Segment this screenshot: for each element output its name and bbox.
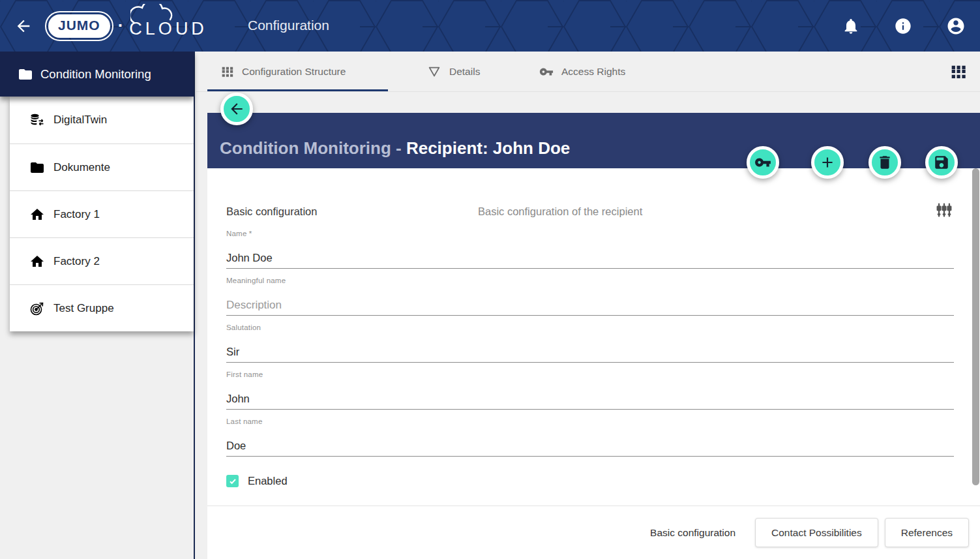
basic-configuration-card: Basic configuration Basic configuration … [207, 168, 980, 506]
enabled-checkbox-row[interactable]: Enabled [226, 475, 288, 487]
sidebar: Condition Monitoring DigitalTwin [0, 52, 195, 559]
account-icon [946, 16, 966, 36]
panel-header: Condition Monitoring - Recipient: John D… [207, 113, 980, 168]
field-label: Last name [226, 417, 263, 425]
name-input[interactable] [226, 252, 954, 264]
home-icon [29, 207, 45, 222]
scrollbar-thumb[interactable] [972, 168, 979, 485]
page-title: Configuration [248, 18, 329, 33]
add-fab[interactable] [811, 146, 844, 179]
layout-grid-button[interactable] [949, 63, 967, 81]
checkbox-label: Enabled [248, 475, 288, 487]
tab-bar: Configuration Structure Details Access R… [196, 52, 980, 92]
content-area: Condition Monitoring - Recipient: John D… [196, 92, 980, 559]
section-nav-footer: Basic configuration Contact Possibilitie… [207, 506, 980, 559]
sidebar-item-label: Factory 1 [53, 208, 100, 221]
arrow-left-icon [228, 100, 245, 117]
filter-icon [427, 65, 441, 79]
folder-icon [29, 160, 45, 175]
topbar: JUMO · CLOUD Configuration [0, 0, 980, 52]
settings-sliders-button[interactable] [935, 201, 953, 219]
key-icon [754, 154, 771, 171]
sliders-icon [935, 201, 953, 219]
field-meaningful-name: Meaningful name [226, 269, 954, 316]
target-icon [29, 301, 45, 316]
tab-details[interactable]: Details [427, 52, 480, 92]
tab-configuration-structure[interactable]: Configuration Structure [220, 52, 346, 92]
sidebar-item-label: Test Gruppe [53, 302, 114, 315]
delete-fab[interactable] [869, 146, 901, 179]
app-window: JUMO · CLOUD Configuration [0, 0, 980, 559]
arrow-left-icon [14, 17, 33, 35]
sidebar-item-label: DigitalTwin [53, 113, 107, 127]
home-icon [29, 254, 45, 269]
notifications-button[interactable] [842, 17, 860, 35]
field-name: Name * [226, 222, 954, 269]
tab-label: Details [449, 66, 480, 78]
panel-back-button[interactable] [220, 93, 253, 125]
field-label: Name * [226, 230, 252, 237]
references-button[interactable]: References [885, 518, 969, 547]
first-name-input[interactable] [226, 393, 954, 405]
topbar-icon-group [842, 0, 966, 52]
sidebar-item-factory-2[interactable]: Factory 2 [10, 237, 194, 284]
sidebar-item-factory-1[interactable]: Factory 1 [10, 190, 194, 237]
key-icon [539, 65, 554, 79]
sidebar-tree: DigitalTwin Dokumente Factory 1 Factory … [10, 97, 194, 331]
tab-label: Configuration Structure [242, 66, 346, 78]
sidebar-header-label: Condition Monitoring [40, 67, 151, 82]
grid-icon [220, 65, 234, 79]
main-area: Configuration Structure Details Access R… [196, 52, 980, 559]
salutation-input[interactable] [226, 346, 954, 358]
contact-possibilities-button[interactable]: Contact Possibilities [755, 518, 878, 547]
save-icon [933, 154, 950, 171]
sidebar-item-test-gruppe[interactable]: Test Gruppe [10, 284, 194, 331]
current-section-label: Basic configuration [650, 527, 735, 539]
field-first-name: First name [226, 363, 954, 410]
field-salutation: Salutation [226, 316, 954, 363]
description-input[interactable] [226, 299, 954, 311]
back-arrow-button[interactable] [14, 17, 33, 35]
save-fab[interactable] [925, 146, 958, 179]
section-subtitle: Basic configuration of the recipient [478, 205, 642, 218]
field-last-name: Last name [226, 410, 954, 457]
sidebar-item-dokumente[interactable]: Dokumente [10, 144, 194, 190]
active-tab-underline [207, 89, 388, 91]
plus-icon [819, 154, 836, 171]
folder-icon [18, 67, 33, 82]
trash-icon [876, 154, 893, 171]
sidebar-item-label: Dokumente [53, 161, 110, 174]
info-button[interactable] [894, 17, 912, 35]
field-label: Meaningful name [226, 277, 286, 284]
sidebar-item-digitaltwin[interactable]: DigitalTwin [10, 97, 194, 144]
field-label: First name [226, 370, 263, 378]
panel-title: Condition Monitoring - Recipient: John D… [220, 138, 570, 159]
info-icon [894, 17, 912, 35]
grid-icon [949, 63, 967, 81]
cloud-wordmark: CLOUD [129, 12, 207, 39]
account-button[interactable] [946, 16, 966, 36]
sidebar-header-condition-monitoring[interactable]: Condition Monitoring [0, 52, 194, 97]
jumo-logo-pill: JUMO [48, 14, 110, 38]
access-rights-fab[interactable] [747, 146, 779, 179]
sidebar-item-label: Factory 2 [53, 255, 100, 268]
section-title: Basic configuration [226, 205, 317, 218]
tab-label: Access Rights [561, 66, 625, 78]
field-label: Salutation [226, 324, 261, 331]
form-fields: Name * Meaningful name Salutation First … [226, 222, 954, 457]
last-name-input[interactable] [226, 440, 954, 452]
tab-access-rights[interactable]: Access Rights [539, 52, 625, 92]
panel-title-prefix: Condition Monitoring - [220, 138, 406, 158]
digital-twin-icon [29, 112, 45, 128]
logo-separator-dot: · [118, 16, 124, 36]
panel-title-main: Recipient: John Doe [406, 138, 570, 158]
checkbox-checked-icon[interactable] [226, 475, 239, 487]
jumo-cloud-logo: JUMO · CLOUD [48, 0, 207, 52]
bell-icon [842, 17, 860, 35]
